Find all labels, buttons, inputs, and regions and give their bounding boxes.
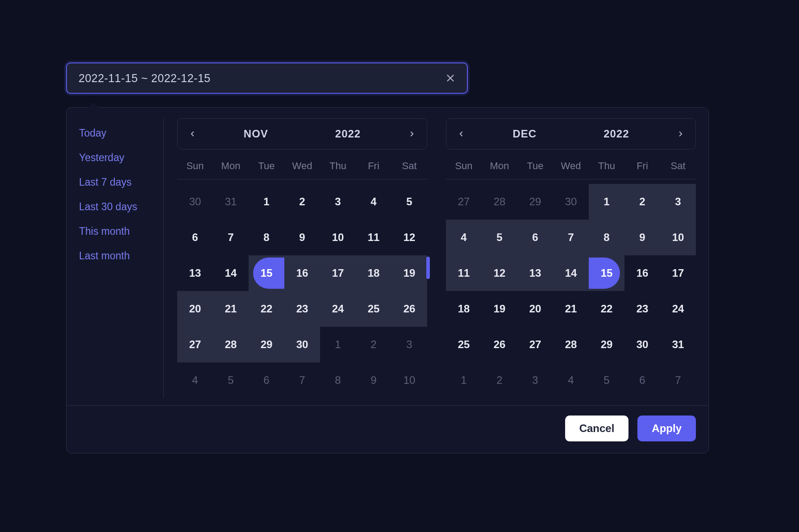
cancel-button[interactable]: Cancel: [565, 416, 629, 441]
calendar-day[interactable]: 20: [517, 291, 553, 327]
calendar-day[interactable]: 7: [213, 220, 249, 255]
shortcut-this-month[interactable]: This month: [79, 219, 156, 244]
calendar-day[interactable]: 28: [553, 327, 589, 362]
calendar-day[interactable]: 2: [482, 362, 517, 398]
calendar-day[interactable]: 29: [249, 327, 284, 362]
apply-button[interactable]: Apply: [637, 416, 696, 441]
calendar-day[interactable]: 21: [553, 291, 589, 327]
prev-month-icon[interactable]: [454, 127, 468, 141]
calendar-day[interactable]: 22: [249, 291, 284, 327]
shortcut-last-30-days[interactable]: Last 30 days: [79, 195, 156, 219]
calendar-day[interactable]: 15: [589, 255, 624, 291]
calendar-day[interactable]: 30: [177, 184, 213, 220]
calendar-day[interactable]: 2: [624, 184, 660, 220]
calendar-day[interactable]: 4: [446, 220, 482, 255]
calendar-day[interactable]: 14: [553, 255, 589, 291]
next-month-icon[interactable]: [405, 127, 419, 141]
calendar-day[interactable]: 2: [284, 184, 320, 220]
calendar-day[interactable]: 7: [553, 220, 589, 255]
calendar-day[interactable]: 30: [553, 184, 589, 220]
calendar-day[interactable]: 23: [624, 291, 660, 327]
date-range-input[interactable]: 2022-11-15 ~ 2022-12-15: [66, 62, 468, 94]
calendar-day[interactable]: 24: [320, 291, 356, 327]
shortcut-last-7-days[interactable]: Last 7 days: [79, 170, 156, 195]
calendar-day[interactable]: 10: [660, 220, 696, 255]
calendar-day[interactable]: 17: [660, 255, 696, 291]
calendar-day[interactable]: 3: [320, 184, 356, 220]
calendar-day[interactable]: 31: [660, 327, 696, 362]
calendar-day[interactable]: 3: [391, 327, 427, 362]
calendar-day[interactable]: 9: [624, 220, 660, 255]
calendar-day[interactable]: 27: [177, 327, 213, 362]
calendar-day[interactable]: 7: [660, 362, 696, 398]
calendar-day[interactable]: 1: [249, 184, 284, 220]
calendar-day[interactable]: 27: [517, 327, 553, 362]
calendar-day[interactable]: 23: [284, 291, 320, 327]
calendar-day[interactable]: 10: [320, 220, 356, 255]
calendar-right-month[interactable]: DEC: [512, 128, 537, 140]
calendar-day[interactable]: 11: [356, 220, 391, 255]
calendar-day[interactable]: 8: [320, 362, 356, 398]
calendar-day[interactable]: 9: [356, 362, 391, 398]
calendar-day[interactable]: 26: [482, 327, 517, 362]
calendar-day[interactable]: 21: [213, 291, 249, 327]
calendar-day[interactable]: 6: [249, 362, 284, 398]
calendar-day[interactable]: 4: [356, 184, 391, 220]
calendar-day[interactable]: 18: [356, 255, 391, 291]
shortcut-last-month[interactable]: Last month: [79, 244, 156, 268]
range-divider-handle[interactable]: [426, 257, 430, 279]
calendar-day[interactable]: 5: [391, 184, 427, 220]
calendar-day[interactable]: 3: [660, 184, 696, 220]
calendar-day[interactable]: 16: [284, 255, 320, 291]
calendar-day[interactable]: 17: [320, 255, 356, 291]
calendar-day[interactable]: 10: [391, 362, 427, 398]
calendar-day[interactable]: 13: [177, 255, 213, 291]
clear-icon[interactable]: [445, 73, 455, 83]
calendar-day[interactable]: 19: [482, 291, 517, 327]
calendar-right-year[interactable]: 2022: [603, 128, 629, 140]
calendar-day[interactable]: 20: [177, 291, 213, 327]
calendar-day[interactable]: 12: [482, 255, 517, 291]
calendar-day[interactable]: 2: [356, 327, 391, 362]
calendar-day[interactable]: 14: [213, 255, 249, 291]
calendar-day[interactable]: 29: [589, 327, 624, 362]
calendar-day[interactable]: 16: [624, 255, 660, 291]
shortcut-today[interactable]: Today: [79, 121, 156, 145]
calendar-day[interactable]: 27: [446, 184, 482, 220]
calendar-day[interactable]: 25: [356, 291, 391, 327]
calendar-day[interactable]: 11: [446, 255, 482, 291]
calendar-day[interactable]: 7: [284, 362, 320, 398]
calendar-day[interactable]: 19: [391, 255, 427, 291]
calendar-day[interactable]: 5: [589, 362, 624, 398]
calendar-day[interactable]: 22: [589, 291, 624, 327]
prev-month-icon[interactable]: [186, 127, 199, 141]
calendar-left-month[interactable]: NOV: [244, 128, 268, 140]
calendar-day[interactable]: 30: [624, 327, 660, 362]
calendar-day[interactable]: 30: [284, 327, 320, 362]
calendar-day[interactable]: 28: [213, 327, 249, 362]
shortcut-yesterday[interactable]: Yesterday: [79, 145, 156, 170]
calendar-day[interactable]: 4: [553, 362, 589, 398]
calendar-day[interactable]: 4: [177, 362, 213, 398]
calendar-day[interactable]: 28: [482, 184, 517, 220]
calendar-day[interactable]: 15: [249, 255, 284, 291]
calendar-day[interactable]: 1: [446, 362, 482, 398]
next-month-icon[interactable]: [674, 127, 687, 141]
calendar-day[interactable]: 8: [249, 220, 284, 255]
calendar-day[interactable]: 1: [589, 184, 624, 220]
calendar-day[interactable]: 6: [177, 220, 213, 255]
calendar-day[interactable]: 12: [391, 220, 427, 255]
calendar-day[interactable]: 3: [517, 362, 553, 398]
calendar-day[interactable]: 9: [284, 220, 320, 255]
calendar-day[interactable]: 1: [320, 327, 356, 362]
calendar-left-year[interactable]: 2022: [335, 128, 361, 140]
calendar-day[interactable]: 8: [589, 220, 624, 255]
calendar-day[interactable]: 24: [660, 291, 696, 327]
calendar-day[interactable]: 6: [624, 362, 660, 398]
calendar-day[interactable]: 5: [482, 220, 517, 255]
calendar-day[interactable]: 6: [517, 220, 553, 255]
calendar-day[interactable]: 18: [446, 291, 482, 327]
calendar-day[interactable]: 5: [213, 362, 249, 398]
calendar-day[interactable]: 13: [517, 255, 553, 291]
calendar-day[interactable]: 31: [213, 184, 249, 220]
